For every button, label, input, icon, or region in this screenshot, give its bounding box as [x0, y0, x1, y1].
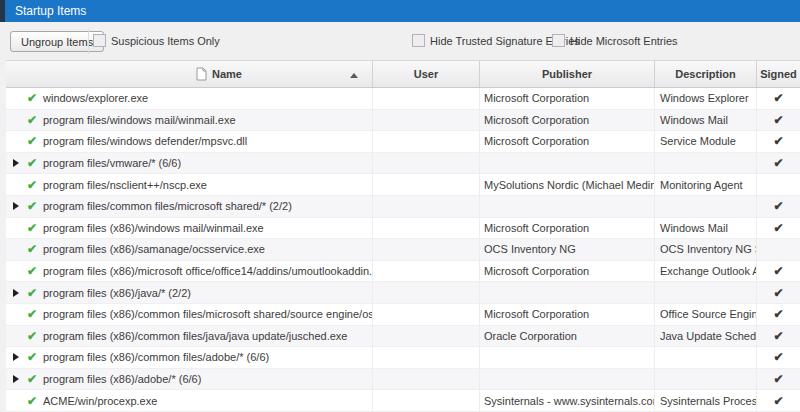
- expander-slot[interactable]: [8, 289, 24, 297]
- table-row[interactable]: ✔ program files/nsclient++/nscp.exe MySo…: [6, 174, 800, 196]
- column-header-publisher[interactable]: Publisher: [480, 61, 655, 87]
- expander-slot[interactable]: [8, 116, 24, 124]
- expander-slot[interactable]: [8, 245, 24, 253]
- table-row[interactable]: ✔ program files (x86)/common files/adobe…: [6, 347, 800, 369]
- description-cell: Windows Explorer: [655, 88, 757, 109]
- publisher-cell: Microsoft Corporation: [480, 131, 655, 152]
- status-ok-icon: ✔: [24, 329, 40, 343]
- column-header-description[interactable]: Description: [655, 61, 757, 87]
- ungroup-items-button[interactable]: Ungroup Items: [10, 31, 104, 52]
- table-row[interactable]: ✔ program files (x86)/java/* (2/2) ✔: [6, 282, 800, 304]
- user-cell: [373, 347, 480, 368]
- user-cell: [373, 131, 480, 152]
- name-cell: ✔ program files/common files/microsoft s…: [6, 196, 373, 217]
- signed-check-icon: ✔: [757, 282, 800, 303]
- table-row[interactable]: ✔ program files/windows mail/winmail.exe…: [6, 110, 800, 132]
- expander-slot[interactable]: [8, 202, 24, 210]
- description-cell: Sysinternals Process Expl...: [655, 390, 757, 411]
- expand-arrow-icon[interactable]: [13, 289, 19, 297]
- status-ok-icon: ✔: [24, 178, 40, 192]
- status-ok-icon: ✔: [24, 91, 40, 105]
- user-cell: [373, 153, 480, 174]
- startup-items-table: Name User Publisher Description Signed ✔…: [6, 60, 800, 412]
- expander-slot[interactable]: [8, 353, 24, 361]
- expander-slot[interactable]: [8, 267, 24, 275]
- signed-check-icon: ✔: [757, 110, 800, 131]
- expand-arrow-icon[interactable]: [13, 353, 19, 361]
- expander-slot[interactable]: [8, 181, 24, 189]
- column-header-label: Name: [212, 68, 242, 80]
- table-row[interactable]: ✔ windows/explorer.exe Microsoft Corpora…: [6, 88, 800, 110]
- table-row[interactable]: ✔ program files (x86)/common files/java/…: [6, 326, 800, 348]
- expand-arrow-icon[interactable]: [13, 375, 19, 383]
- description-cell: [655, 196, 757, 217]
- description-cell: Windows Mail: [655, 110, 757, 131]
- status-ok-icon: ✔: [24, 113, 40, 127]
- signed-check-icon: ✔: [757, 88, 800, 109]
- table-body: ✔ windows/explorer.exe Microsoft Corpora…: [6, 88, 800, 412]
- user-cell: [373, 261, 480, 282]
- description-cell: [655, 153, 757, 174]
- expander-slot[interactable]: [8, 397, 24, 405]
- name-cell: ✔ program files/windows mail/winmail.exe: [6, 110, 373, 131]
- table-row[interactable]: ✔ program files (x86)/common files/micro…: [6, 304, 800, 326]
- expander-slot[interactable]: [8, 375, 24, 383]
- expander-slot[interactable]: [8, 332, 24, 340]
- name-cell: ✔ program files (x86)/microsoft office/o…: [6, 261, 373, 282]
- table-row[interactable]: ✔ program files/vmware/* (6/6) ✔: [6, 153, 800, 175]
- checkbox-icon[interactable]: [412, 34, 425, 47]
- toolbar-separator: [88, 29, 89, 54]
- column-header-user[interactable]: User: [373, 61, 480, 87]
- publisher-cell: [480, 282, 655, 303]
- publisher-cell: Microsoft Corporation: [480, 110, 655, 131]
- expander-slot[interactable]: [8, 224, 24, 232]
- column-header-name[interactable]: Name: [6, 61, 373, 87]
- name-cell: ✔ program files (x86)/windows mail/winma…: [6, 218, 373, 239]
- signed-check-icon: ✔: [757, 153, 800, 174]
- hide-microsoft-entries-checkbox[interactable]: Hide Microsoft Entries: [552, 34, 678, 47]
- publisher-cell: MySolutions Nordic (Michael Medin): [480, 174, 655, 195]
- expand-arrow-icon[interactable]: [13, 159, 19, 167]
- expander-slot[interactable]: [8, 137, 24, 145]
- item-name: program files (x86)/java/* (2/2): [43, 287, 191, 299]
- column-header-signed[interactable]: Signed: [757, 61, 800, 87]
- name-cell: ✔ windows/explorer.exe: [6, 88, 373, 109]
- item-name: program files (x86)/samanage/ocsservice.…: [43, 243, 265, 255]
- user-cell: [373, 174, 480, 195]
- toolbar: Ungroup Items Suspicious Items Only Hide…: [0, 22, 800, 60]
- item-name: program files (x86)/common files/java/ja…: [43, 330, 347, 342]
- suspicious-items-only-checkbox[interactable]: Suspicious Items Only: [93, 34, 220, 47]
- window-titlebar: Startup Items: [0, 0, 800, 22]
- status-ok-icon: ✔: [24, 372, 40, 386]
- signed-check-icon: ✔: [757, 326, 800, 347]
- user-cell: [373, 282, 480, 303]
- table-row[interactable]: ✔ program files (x86)/microsoft office/o…: [6, 261, 800, 283]
- description-cell: Windows Mail: [655, 218, 757, 239]
- user-cell: [373, 326, 480, 347]
- table-row[interactable]: ✔ program files (x86)/adobe/* (6/6) ✔: [6, 369, 800, 391]
- expander-slot[interactable]: [8, 94, 24, 102]
- item-name: program files (x86)/common files/microso…: [43, 308, 373, 320]
- checkbox-icon[interactable]: [552, 34, 565, 47]
- status-ok-icon: ✔: [24, 221, 40, 235]
- expander-slot[interactable]: [8, 310, 24, 318]
- table-row[interactable]: ✔ program files (x86)/samanage/ocsservic…: [6, 239, 800, 261]
- expand-arrow-icon[interactable]: [13, 202, 19, 210]
- expander-slot[interactable]: [8, 159, 24, 167]
- window-left-edge: [0, 0, 5, 22]
- checkbox-label: Hide Microsoft Entries: [570, 35, 678, 47]
- checkbox-icon[interactable]: [93, 34, 106, 47]
- signed-check-icon: ✔: [757, 390, 800, 411]
- table-row[interactable]: ✔ program files/windows defender/mpsvc.d…: [6, 131, 800, 153]
- item-name: program files/vmware/* (6/6): [43, 157, 181, 169]
- item-name: program files (x86)/adobe/* (6/6): [43, 373, 201, 385]
- user-cell: [373, 110, 480, 131]
- user-cell: [373, 218, 480, 239]
- table-row[interactable]: ✔ program files/common files/microsoft s…: [6, 196, 800, 218]
- publisher-cell: OCS Inventory NG: [480, 239, 655, 260]
- publisher-cell: [480, 153, 655, 174]
- sort-ascending-icon[interactable]: [350, 73, 358, 78]
- table-row[interactable]: ✔ program files (x86)/windows mail/winma…: [6, 218, 800, 240]
- column-header-label: Signed: [760, 68, 797, 80]
- table-row[interactable]: ✔ ACME/win/procexp.exe Sysinternals - ww…: [6, 390, 800, 412]
